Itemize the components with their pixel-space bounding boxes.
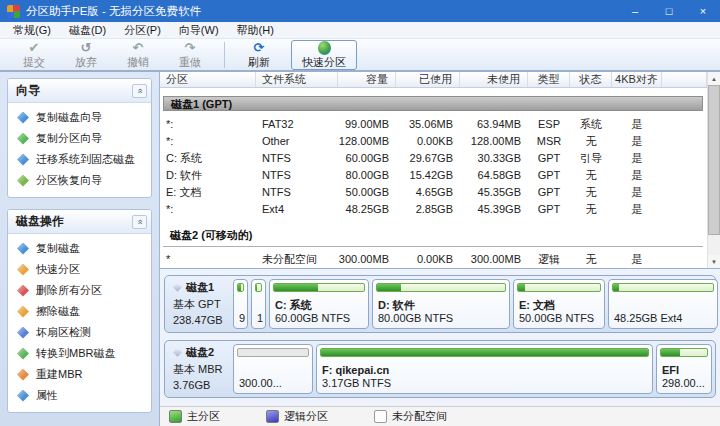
disk-row-disk2: 磁盘2基本 MBR3.76GB300.00...F: qikepai.cn3.1…	[164, 340, 716, 398]
cell: 逻辑	[528, 251, 570, 268]
sidebar-item-copy-partition-wizard[interactable]: 复制分区向导	[8, 128, 151, 149]
partition-block-e-documents[interactable]: E: 文档50.00GB NTFS	[513, 279, 605, 329]
table-row[interactable]: *:FAT3299.00MB35.06MB63.94MBESP系统是	[160, 116, 707, 133]
window-controls: –□×	[618, 0, 720, 22]
cell-filler	[662, 184, 707, 201]
table-row[interactable]: *:Other128.00MB0.00KB128.00MBMSR无是	[160, 133, 707, 150]
table-row[interactable]: *未分配空间300.00MB0.00KB300.00MB逻辑无是	[160, 251, 707, 268]
maximize-button[interactable]: □	[652, 0, 686, 22]
column-header-8[interactable]: 4KB对齐	[612, 72, 662, 87]
sidebar-item-migrate-os-to-ssd[interactable]: 迁移系统到固态磁盘	[8, 149, 151, 170]
sidebar-item-convert-to-mbr[interactable]: 转换到MBR磁盘	[8, 343, 151, 364]
usage-fill	[518, 284, 525, 291]
column-header-3[interactable]: 容量	[338, 72, 396, 87]
sidebar-panel-title: 磁盘操作	[16, 213, 64, 230]
cell: Other	[256, 133, 338, 150]
partition-detail-label: 3.17GB NTFS	[322, 377, 650, 390]
toolbar: 提交放弃撤销重做刷新快速分区	[0, 39, 720, 72]
column-header-6[interactable]: 类型	[528, 72, 570, 87]
sidebar-item-delete-all-partitions[interactable]: 删除所有分区	[8, 280, 151, 301]
disk-group-header-disk1[interactable]: 磁盘1 (GPT)	[163, 96, 703, 111]
cell: 64.58GB	[460, 167, 528, 184]
sidebar-item-bad-sector-check[interactable]: 坏扇区检测	[8, 322, 151, 343]
menu-item-general[interactable]: 常规(G)	[4, 22, 60, 38]
sidebar-item-copy-disk[interactable]: 复制磁盘	[8, 238, 151, 259]
cell-filler	[662, 116, 707, 133]
sidebar-item-properties[interactable]: 属性	[8, 385, 151, 406]
sidebar-item-wipe-disk[interactable]: 擦除磁盘	[8, 301, 151, 322]
scroll-up-icon[interactable]: ▲	[708, 72, 720, 85]
copy-disk-wizard-icon	[17, 112, 29, 124]
delete-all-partitions-icon	[17, 285, 29, 297]
sidebar-item-copy-disk-wizard[interactable]: 复制磁盘向导	[8, 107, 151, 128]
usage-bar	[660, 348, 708, 357]
cell: 活动	[570, 268, 612, 269]
usage-fill	[377, 284, 401, 291]
table-row[interactable]: F: qikepai.cnNTFS3.17GB24.35MB3.15GB主活动是	[160, 268, 707, 269]
discard-button[interactable]: 放弃	[60, 40, 112, 70]
scrollbar-thumb[interactable]	[708, 85, 720, 235]
table-scrollbar[interactable]: ▲ ▼	[707, 72, 720, 268]
legend-label: 未分配空间	[392, 409, 447, 424]
minimize-button[interactable]: –	[618, 0, 652, 22]
column-header-2[interactable]: 文件系统	[256, 72, 338, 87]
main-area: 向导»复制磁盘向导复制分区向导迁移系统到固态磁盘分区恢复向导磁盘操作»复制磁盘快…	[0, 72, 720, 426]
column-header-7[interactable]: 状态	[570, 72, 612, 87]
menu-item-wizard[interactable]: 向导(W)	[170, 22, 228, 38]
redo-button[interactable]: 重做	[164, 40, 216, 70]
sidebar-item-label: 复制分区向导	[36, 131, 102, 146]
sidebar-panel-header-disk-operations: 磁盘操作»	[8, 210, 151, 234]
partition-block-msr[interactable]: 1	[251, 279, 266, 329]
refresh-button[interactable]: 刷新	[233, 40, 285, 70]
menu-item-partition[interactable]: 分区(P)	[115, 22, 170, 38]
close-button[interactable]: ×	[686, 0, 720, 22]
cell: 无	[570, 201, 612, 218]
partition-block-d-software[interactable]: D: 软件80.00GB NTFS	[372, 279, 510, 329]
sidebar-item-quick-partition[interactable]: 快速分区	[8, 259, 151, 280]
undo-icon	[133, 41, 144, 55]
content-area: 分区文件系统容量已使用未使用类型状态4KB对齐 磁盘1 (GPT)*:FAT32…	[160, 72, 720, 426]
commit-button[interactable]: 提交	[8, 40, 60, 70]
menu-item-help[interactable]: 帮助(H)	[228, 22, 283, 38]
column-header-4[interactable]: 已使用	[396, 72, 460, 87]
sidebar-item-rebuild-mbr[interactable]: 重建MBR	[8, 364, 151, 385]
app-icon	[7, 5, 20, 18]
partition-name-label: C: 系统	[275, 299, 366, 312]
partition-block-ext4[interactable]: 48.25GB Ext4	[608, 279, 718, 329]
titlebar: 分区助手PE版 - 无损分区免费软件 –□×	[0, 0, 720, 22]
partition-block-c-system[interactable]: C: 系统60.00GB NTFS	[269, 279, 369, 329]
partition-block-esp[interactable]: 9	[233, 279, 248, 329]
table-row[interactable]: E: 文档NTFS50.00GB4.65GB45.35GBGPT无是	[160, 184, 707, 201]
table-row[interactable]: *:Ext448.25GB2.85GB45.39GBGPT无是	[160, 201, 707, 218]
partition-block-efi[interactable]: EFI298.00...	[656, 344, 712, 394]
convert-to-mbr-icon	[17, 348, 29, 360]
partition-label-area: E: 文档50.00GB NTFS	[514, 292, 604, 328]
disk-info-disk1[interactable]: 磁盘1基本 GPT238.47GB	[168, 279, 230, 329]
partition-block-unallocated-300[interactable]: 300.00...	[233, 344, 313, 394]
wipe-disk-icon	[17, 306, 29, 318]
chevron-up-icon[interactable]: »	[132, 215, 147, 229]
quick-partition-icon	[17, 264, 29, 276]
disk-info-disk2[interactable]: 磁盘2基本 MBR3.76GB	[168, 344, 230, 394]
sidebar-panel-title: 向导	[16, 82, 40, 99]
menu-item-disk[interactable]: 磁盘(D)	[60, 22, 115, 38]
sidebar-item-label: 转换到MBR磁盘	[36, 346, 115, 361]
cell: GPT	[528, 201, 570, 218]
table-row[interactable]: D: 软件NTFS80.00GB15.42GB64.58GBGPT无是	[160, 167, 707, 184]
chevron-up-icon[interactable]: »	[132, 84, 147, 98]
partition-name-label: F: qikepai.cn	[322, 364, 650, 377]
scroll-down-icon[interactable]: ▼	[708, 255, 720, 268]
partition-name-cell: *	[160, 251, 256, 268]
sidebar-item-partition-recovery-wizard[interactable]: 分区恢复向导	[8, 170, 151, 191]
table-row[interactable]: C: 系统NTFS60.00GB29.67GB30.33GBGPT引导是	[160, 150, 707, 167]
quick-partition-button[interactable]: 快速分区	[291, 40, 357, 70]
column-header-5[interactable]: 未使用	[460, 72, 528, 87]
usage-bar	[255, 283, 262, 292]
cell: NTFS	[256, 268, 338, 269]
partition-block-f-qikepai[interactable]: F: qikepai.cn3.17GB NTFS	[316, 344, 653, 394]
cell: 是	[612, 116, 662, 133]
column-header-1[interactable]: 分区	[160, 72, 256, 87]
disk-group-header-disk2[interactable]: 磁盘2 (可移动的)	[163, 228, 703, 247]
sidebar-item-label: 坏扇区检测	[36, 325, 91, 340]
undo-button[interactable]: 撤销	[112, 40, 164, 70]
